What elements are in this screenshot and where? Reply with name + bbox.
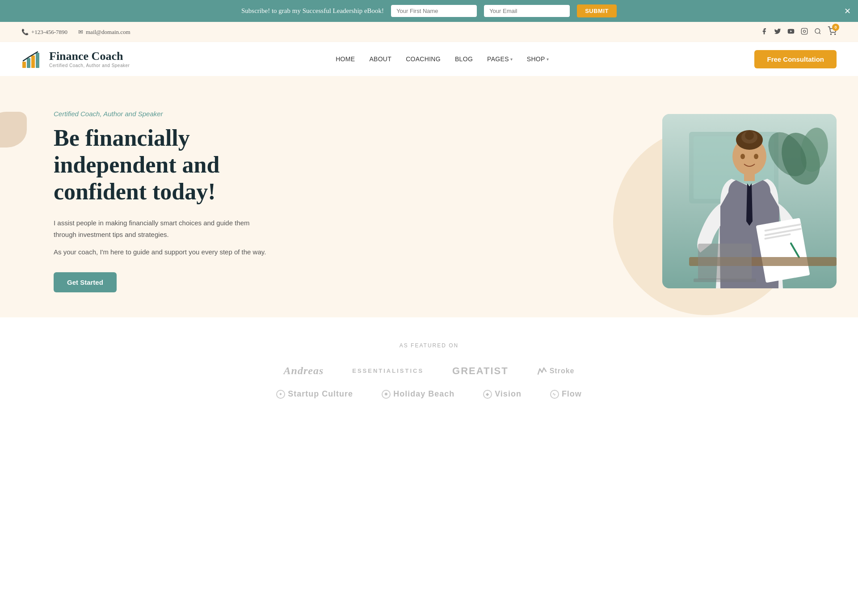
svg-rect-30 (698, 244, 752, 279)
submit-button[interactable]: SUBMIT (577, 4, 617, 17)
hero-title: Be financially independent and confident… (54, 125, 268, 205)
nav-pages[interactable]: PAGES (487, 55, 509, 63)
nav-shop[interactable]: SHOP (527, 55, 545, 63)
hero-description-2: As your coach, I'm here to guide and sup… (54, 246, 268, 258)
email-input[interactable] (484, 5, 570, 17)
contact-info: +123-456-7890 mail@domain.com (21, 29, 130, 36)
svg-point-5 (831, 34, 832, 35)
pages-chevron-icon: ▾ (510, 57, 513, 62)
phone-item: +123-456-7890 (21, 29, 67, 36)
email-item: mail@domain.com (78, 29, 130, 36)
logo-title: Finance Coach (49, 50, 130, 63)
svg-rect-8 (27, 58, 30, 68)
svg-rect-1 (801, 28, 807, 34)
featured-logos-row2: ✦ Startup Culture ❋ Holiday Beach ◈ Visi… (21, 389, 837, 399)
logo-greatist: GREATIST (452, 365, 509, 377)
nav-blog[interactable]: BLOG (455, 55, 473, 63)
utility-bar: +123-456-7890 mail@domain.com 0 (0, 22, 858, 42)
hero-image (662, 114, 837, 288)
hero-section: Certified Coach, Author and Speaker Be f… (0, 76, 858, 317)
phone-number: +123-456-7890 (31, 29, 67, 36)
facebook-icon[interactable] (761, 28, 768, 37)
logo-essentialistics: ESSENTIALISTICS (352, 367, 424, 374)
logo-stroke: Stroke (537, 367, 575, 375)
stroke-logo-icon (537, 367, 547, 375)
featured-section: AS FEATURED ON Andreas ESSENTIALISTICS G… (0, 317, 858, 417)
holiday-beach-icon: ❋ (382, 390, 391, 399)
email-icon (78, 29, 83, 36)
nav-links: HOME ABOUT COACHING BLOG PAGES ▾ SHOP ▾ (336, 55, 549, 63)
logo-holiday-beach: ❋ Holiday Beach (382, 389, 454, 399)
email-address: mail@domain.com (86, 29, 130, 36)
nav-home[interactable]: HOME (336, 55, 355, 63)
twitter-icon[interactable] (774, 28, 781, 37)
social-icons-group: 0 (761, 26, 837, 38)
svg-rect-9 (31, 55, 35, 68)
hero-person-illustration (662, 114, 837, 288)
shop-chevron-icon: ▾ (547, 57, 549, 62)
logo-andreas: Andreas (284, 365, 324, 377)
svg-rect-21 (744, 172, 755, 181)
search-button[interactable] (814, 28, 821, 37)
cart-button[interactable]: 0 (828, 26, 837, 38)
hero-description-1: I assist people in making financially sm… (54, 217, 268, 240)
svg-line-4 (819, 33, 820, 34)
banner-text: Subscribe! to grab my Successful Leaders… (241, 7, 384, 15)
logo-icon (21, 49, 45, 69)
logo-flow: ∿ Flow (550, 389, 582, 399)
logo-startup-culture: ✦ Startup Culture (276, 389, 353, 399)
instagram-icon[interactable] (801, 28, 808, 37)
svg-point-3 (815, 29, 820, 34)
nav-coaching[interactable]: COACHING (406, 55, 441, 63)
free-consultation-button[interactable]: Free Consultation (754, 50, 837, 68)
startup-culture-icon: ✦ (276, 390, 285, 399)
logo-vision: ◈ Vision (483, 389, 522, 399)
phone-icon (21, 29, 29, 36)
featured-label: AS FEATURED ON (21, 342, 837, 349)
nav-about[interactable]: ABOUT (369, 55, 391, 63)
svg-point-20 (745, 131, 754, 140)
first-name-input[interactable] (391, 5, 477, 17)
featured-logos-row1: Andreas ESSENTIALISTICS GREATIST Stroke (21, 365, 837, 377)
navbar: Finance Coach Certified Coach, Author an… (0, 42, 858, 76)
hero-blob-left (0, 112, 27, 148)
logo-link[interactable]: Finance Coach Certified Coach, Author an… (21, 49, 130, 69)
get-started-button[interactable]: Get Started (54, 272, 117, 292)
svg-point-27 (740, 154, 745, 159)
hero-tagline: Certified Coach, Author and Speaker (54, 110, 268, 118)
cart-count: 0 (832, 24, 839, 31)
hero-image-area (662, 114, 837, 288)
svg-point-28 (754, 154, 758, 159)
hero-content: Certified Coach, Author and Speaker Be f… (54, 110, 268, 292)
svg-rect-7 (22, 62, 26, 68)
close-banner-button[interactable]: ✕ (844, 7, 851, 15)
svg-rect-10 (36, 53, 39, 68)
youtube-icon[interactable] (787, 28, 795, 37)
vision-icon: ◈ (483, 390, 492, 399)
svg-point-6 (835, 34, 836, 35)
flow-icon: ∿ (550, 390, 559, 399)
logo-subtitle: Certified Coach, Author and Speaker (49, 63, 130, 68)
svg-rect-31 (694, 278, 756, 282)
top-banner: Subscribe! to grab my Successful Leaders… (0, 0, 858, 22)
